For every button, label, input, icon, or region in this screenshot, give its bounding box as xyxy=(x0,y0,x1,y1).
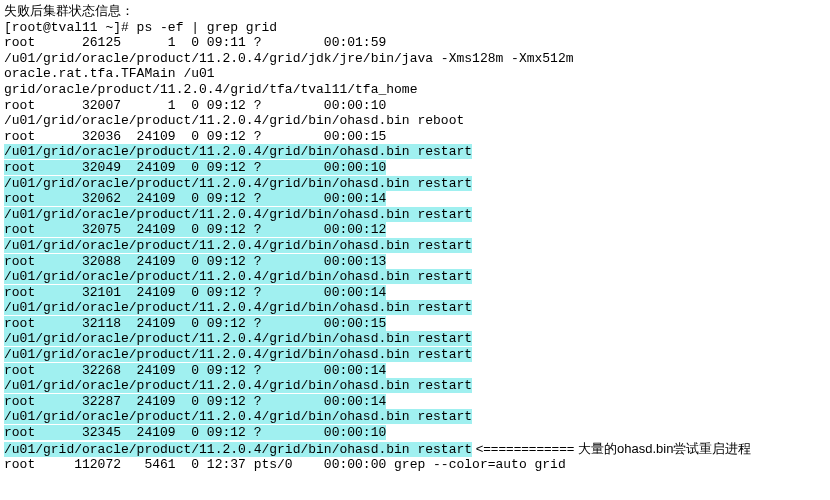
ps-line: root 32101 24109 0 09:12 ? 00:00:14 xyxy=(4,285,830,301)
highlighted-text: /u01/grid/oracle/product/11.2.0.4/grid/b… xyxy=(4,238,472,253)
ps-line: /u01/grid/oracle/product/11.2.0.4/grid/j… xyxy=(4,51,830,67)
ps-line: root 32118 24109 0 09:12 ? 00:00:15 xyxy=(4,316,830,332)
note-text: 大量的ohasd.bin尝试重启进程 xyxy=(578,441,751,456)
highlighted-text: /u01/grid/oracle/product/11.2.0.4/grid/b… xyxy=(4,300,472,315)
ps-line: oracle.rat.tfa.TFAMain /u01 xyxy=(4,66,830,82)
shell-prompt: [root@tval11 ~]# ps -ef | grep grid xyxy=(4,20,830,36)
restart-path: /u01/grid/oracle/product/11.2.0.4/grid/b… xyxy=(4,442,472,457)
highlighted-text: /u01/grid/oracle/product/11.2.0.4/grid/b… xyxy=(4,269,472,284)
highlighted-text: root 32075 24109 0 09:12 ? 00:00:12 xyxy=(4,222,386,237)
ps-line: root 32088 24109 0 09:12 ? 00:00:13 xyxy=(4,254,830,270)
arrow-annotation: <============ xyxy=(472,441,578,456)
ps-line: /u01/grid/oracle/product/11.2.0.4/grid/b… xyxy=(4,207,830,223)
highlighted-text: root 32049 24109 0 09:12 ? 00:00:10 xyxy=(4,160,386,175)
highlighted-text: /u01/grid/oracle/product/11.2.0.4/grid/b… xyxy=(4,176,472,191)
highlighted-text: root 32345 24109 0 09:12 ? 00:00:10 xyxy=(4,425,386,440)
ps-line: /u01/grid/oracle/product/11.2.0.4/grid/b… xyxy=(4,300,830,316)
highlighted-text: root 32088 24109 0 09:12 ? 00:00:13 xyxy=(4,254,386,269)
highlighted-text: /u01/grid/oracle/product/11.2.0.4/grid/b… xyxy=(4,409,472,424)
terminal-output: 失败后集群状态信息： [root@tval11 ~]# ps -ef | gre… xyxy=(4,4,830,473)
ps-line: root 32036 24109 0 09:12 ? 00:00:15 xyxy=(4,129,830,145)
ps-line: root 32062 24109 0 09:12 ? 00:00:14 xyxy=(4,191,830,207)
ps-line: root 32287 24109 0 09:12 ? 00:00:14 xyxy=(4,394,830,410)
process-list: root 26125 1 0 09:11 ? 00:01:59/u01/grid… xyxy=(4,35,830,440)
ps-line: /u01/grid/oracle/product/11.2.0.4/grid/b… xyxy=(4,238,830,254)
ps-line: /u01/grid/oracle/product/11.2.0.4/grid/b… xyxy=(4,331,830,347)
highlighted-text: /u01/grid/oracle/product/11.2.0.4/grid/b… xyxy=(4,347,472,362)
highlighted-text: /u01/grid/oracle/product/11.2.0.4/grid/b… xyxy=(4,378,472,393)
highlighted-text: /u01/grid/oracle/product/11.2.0.4/grid/b… xyxy=(4,144,472,159)
ps-line: root 32345 24109 0 09:12 ? 00:00:10 xyxy=(4,425,830,441)
ps-line: /u01/grid/oracle/product/11.2.0.4/grid/b… xyxy=(4,113,830,129)
ps-line: /u01/grid/oracle/product/11.2.0.4/grid/b… xyxy=(4,347,830,363)
highlighted-text: root 32062 24109 0 09:12 ? 00:00:14 xyxy=(4,191,386,206)
highlighted-text: /u01/grid/oracle/product/11.2.0.4/grid/b… xyxy=(4,207,472,222)
ps-line: /u01/grid/oracle/product/11.2.0.4/grid/b… xyxy=(4,269,830,285)
highlighted-text: root 32287 24109 0 09:12 ? 00:00:14 xyxy=(4,394,386,409)
ps-line: /u01/grid/oracle/product/11.2.0.4/grid/b… xyxy=(4,409,830,425)
ps-line: root 32075 24109 0 09:12 ? 00:00:12 xyxy=(4,222,830,238)
highlighted-text: root 32118 24109 0 09:12 ? 00:00:15 xyxy=(4,316,386,331)
highlighted-text: root 32101 24109 0 09:12 ? 00:00:14 xyxy=(4,285,386,300)
grep-line: root 112072 5461 0 12:37 pts/0 00:00:00 … xyxy=(4,457,830,473)
ps-line: root 26125 1 0 09:11 ? 00:01:59 xyxy=(4,35,830,51)
ps-line: /u01/grid/oracle/product/11.2.0.4/grid/b… xyxy=(4,176,830,192)
section-title: 失败后集群状态信息： xyxy=(4,4,830,20)
ps-line: root 32268 24109 0 09:12 ? 00:00:14 xyxy=(4,363,830,379)
ps-line: root 32007 1 0 09:12 ? 00:00:10 xyxy=(4,98,830,114)
ps-line: root 32049 24109 0 09:12 ? 00:00:10 xyxy=(4,160,830,176)
highlighted-text: /u01/grid/oracle/product/11.2.0.4/grid/b… xyxy=(4,331,472,346)
ps-line: grid/oracle/product/11.2.0.4/grid/tfa/tv… xyxy=(4,82,830,98)
ps-line: /u01/grid/oracle/product/11.2.0.4/grid/b… xyxy=(4,144,830,160)
highlighted-text: root 32268 24109 0 09:12 ? 00:00:14 xyxy=(4,363,386,378)
ps-line: /u01/grid/oracle/product/11.2.0.4/grid/b… xyxy=(4,378,830,394)
annotated-line: /u01/grid/oracle/product/11.2.0.4/grid/b… xyxy=(4,441,830,458)
